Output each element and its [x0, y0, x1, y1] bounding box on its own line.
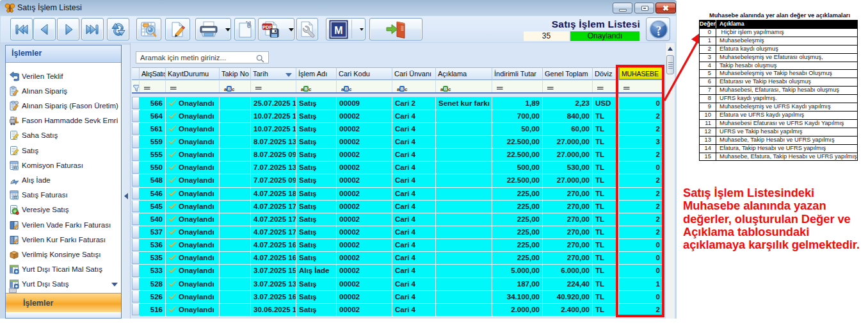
svg-text:01: 01 [14, 196, 18, 199]
svg-text:M: M [334, 25, 342, 36]
svg-text:01: 01 [14, 167, 18, 170]
